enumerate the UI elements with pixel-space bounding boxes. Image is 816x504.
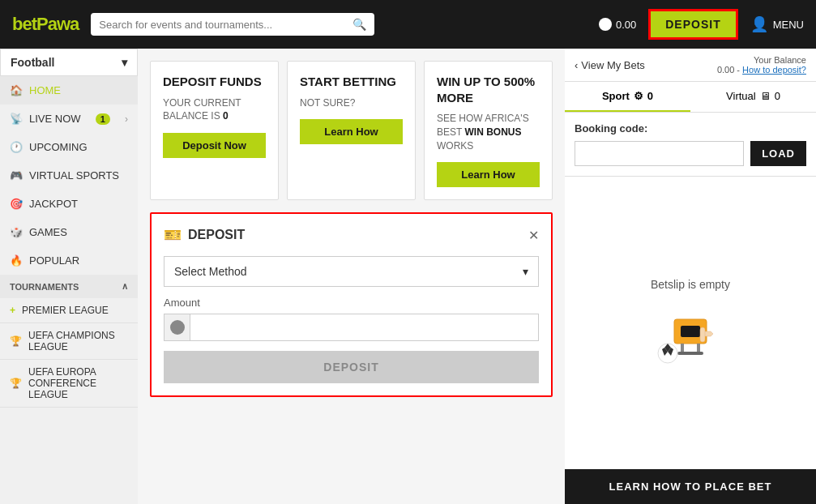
view-bets-label: View My Bets <box>581 59 645 71</box>
tournaments-label: TOURNAMENTS <box>10 282 79 292</box>
balance-amount: 0.00 - <box>717 65 740 75</box>
promo-card-win: WIN UP TO 500% MORE SEE HOW AFRICA'S BES… <box>424 61 553 200</box>
live-arrow-icon: › <box>125 113 128 125</box>
search-bar[interactable]: 🔍 <box>91 13 374 36</box>
search-input[interactable] <box>99 19 346 31</box>
sidebar-item-popular[interactable]: 🔥 POPULAR <box>0 246 138 275</box>
learn-how-to-place-bet-button[interactable]: LEARN HOW TO PLACE BET <box>565 469 816 504</box>
promo-cards: DEPOSIT FUNDS YOUR CURRENT BALANCE IS 0 … <box>150 61 553 200</box>
europa-conf-icon: 🏆 <box>10 378 22 389</box>
sport-selector-label: Football <box>11 56 54 69</box>
sidebar-home-label: HOME <box>29 84 61 96</box>
logo: betPawa <box>12 14 79 35</box>
deposit-modal-title-text: DEPOSIT <box>188 228 245 242</box>
user-icon: 👤 <box>750 15 768 33</box>
amount-input[interactable] <box>190 314 538 340</box>
tab-sport-label: Sport <box>602 90 630 102</box>
upcoming-icon: 🕐 <box>10 141 23 153</box>
amount-input-row <box>164 314 539 341</box>
select-method-dropdown[interactable]: Select Method ▾ <box>164 256 539 287</box>
logo-bet: bet <box>12 14 36 34</box>
booking-label: Booking code: <box>575 122 806 135</box>
menu-label: MENU <box>773 19 804 31</box>
amount-label: Amount <box>164 297 539 309</box>
sidebar-live-label: LIVE NOW <box>29 113 81 125</box>
betslip-empty: Betslip is empty <box>565 177 816 469</box>
balance-circle-icon <box>599 18 612 31</box>
tab-sport[interactable]: Sport ⚙ 0 <box>565 82 690 112</box>
popular-icon: 🔥 <box>10 254 23 267</box>
learn-how-button-2[interactable]: Learn How <box>437 162 540 187</box>
balance-display: 0.00 <box>599 18 636 31</box>
betslip-illustration <box>650 303 731 368</box>
your-balance-label: Your Balance <box>717 55 806 65</box>
sidebar-virtual-label: VIRTUAL SPORTS <box>29 169 119 182</box>
menu-button[interactable]: 👤 MENU <box>750 15 804 33</box>
sidebar-item-jackpot[interactable]: 🎯 JACKPOT <box>0 190 138 218</box>
your-balance-section: Your Balance 0.00 - How to deposit? <box>717 55 806 75</box>
tournament-champions-label: UEFA CHAMPIONS LEAGUE <box>28 330 128 352</box>
sidebar-popular-label: POPULAR <box>29 254 79 267</box>
promo-deposit-body: YOUR CURRENT BALANCE IS 0 <box>163 96 266 124</box>
games-icon: 🎲 <box>10 226 23 238</box>
tournaments-collapse-icon: ∧ <box>122 281 128 292</box>
betslip-empty-text: Betslip is empty <box>651 278 730 291</box>
sidebar-games-label: GAMES <box>29 226 67 238</box>
deposit-modal-close[interactable]: ✕ <box>528 228 539 243</box>
virtual-icon: 🎮 <box>10 169 23 182</box>
load-button[interactable]: LOAD <box>750 141 806 166</box>
tournament-item-premier[interactable]: + PREMIER LEAGUE <box>0 298 138 323</box>
back-arrow-icon: ‹ <box>575 59 578 71</box>
deposit-submit-button[interactable]: DEPOSIT <box>164 351 539 383</box>
search-icon: 🔍 <box>352 18 366 31</box>
tab-virtual[interactable]: Virtual 🖥 0 <box>690 82 816 112</box>
right-panel-top: ‹ View My Bets Your Balance 0.00 - How t… <box>565 49 816 82</box>
tab-virtual-label: Virtual <box>726 90 756 102</box>
right-panel: ‹ View My Bets Your Balance 0.00 - How t… <box>565 49 816 504</box>
promo-deposit-title: DEPOSIT FUNDS <box>163 74 266 90</box>
sidebar-item-upcoming[interactable]: 🕐 UPCOMING <box>0 133 138 161</box>
deposit-modal: 🎫 DEPOSIT ✕ Select Method ▾ Amount DEPOS… <box>150 212 553 397</box>
logo-pawa: Pawa <box>36 14 79 34</box>
tournament-item-champions[interactable]: 🏆 UEFA CHAMPIONS LEAGUE <box>0 323 138 360</box>
promo-card-deposit: DEPOSIT FUNDS YOUR CURRENT BALANCE IS 0 … <box>150 61 279 200</box>
chevron-down-icon: ▾ <box>122 56 127 69</box>
balance-value: 0.00 <box>616 19 636 31</box>
deposit-header-button[interactable]: DEPOSIT <box>648 9 737 40</box>
tournament-europa-conf-label: UEFA EUROPA CONFERENCE LEAGUE <box>28 366 128 400</box>
tournament-item-europa-conf[interactable]: 🏆 UEFA EUROPA CONFERENCE LEAGUE <box>0 360 138 408</box>
sport-selector[interactable]: Football ▾ <box>0 49 138 76</box>
champions-icon: 🏆 <box>10 335 22 347</box>
sidebar-item-virtual[interactable]: 🎮 VIRTUAL SPORTS <box>0 161 138 190</box>
home-icon: 🏠 <box>10 84 23 96</box>
svg-rect-6 <box>700 327 705 342</box>
svg-rect-4 <box>677 352 703 355</box>
deposit-now-button[interactable]: Deposit Now <box>163 133 266 158</box>
header-right: 0.00 DEPOSIT 👤 MENU <box>599 9 804 40</box>
jackpot-icon: 🎯 <box>10 198 23 210</box>
main-layout: Football ▾ 🏠 HOME 📡 LIVE NOW 1 › 🕐 UPCOM… <box>0 49 816 504</box>
tournament-premier-label: PREMIER LEAGUE <box>22 305 109 316</box>
how-to-deposit-link[interactable]: How to deposit? <box>742 65 806 75</box>
sport-count: 0 <box>647 90 653 102</box>
deposit-modal-header: 🎫 DEPOSIT ✕ <box>164 226 539 244</box>
tabs-row: Sport ⚙ 0 Virtual 🖥 0 <box>565 82 816 113</box>
currency-circle-icon <box>170 320 185 335</box>
balance-row: 0.00 - How to deposit? <box>717 65 806 75</box>
promo-start-body: NOT SURE? <box>300 96 403 110</box>
booking-section: Booking code: LOAD <box>565 113 816 177</box>
header: betPawa 🔍 0.00 DEPOSIT 👤 MENU <box>0 0 816 49</box>
svg-rect-1 <box>681 326 700 337</box>
sidebar-item-live[interactable]: 📡 LIVE NOW 1 › <box>0 105 138 133</box>
sidebar: Football ▾ 🏠 HOME 📡 LIVE NOW 1 › 🕐 UPCOM… <box>0 49 138 504</box>
live-icon: 📡 <box>10 113 23 125</box>
plus-icon: + <box>10 305 15 316</box>
learn-how-button-1[interactable]: Learn How <box>300 119 403 144</box>
booking-code-input[interactable] <box>575 141 744 166</box>
tournaments-header: TOURNAMENTS ∧ <box>0 275 138 298</box>
sidebar-item-games[interactable]: 🎲 GAMES <box>0 218 138 246</box>
sidebar-jackpot-label: JACKPOT <box>29 198 78 210</box>
view-my-bets-link[interactable]: ‹ View My Bets <box>575 59 645 71</box>
sidebar-item-home[interactable]: 🏠 HOME <box>0 76 138 105</box>
sidebar-upcoming-label: UPCOMING <box>29 141 88 153</box>
